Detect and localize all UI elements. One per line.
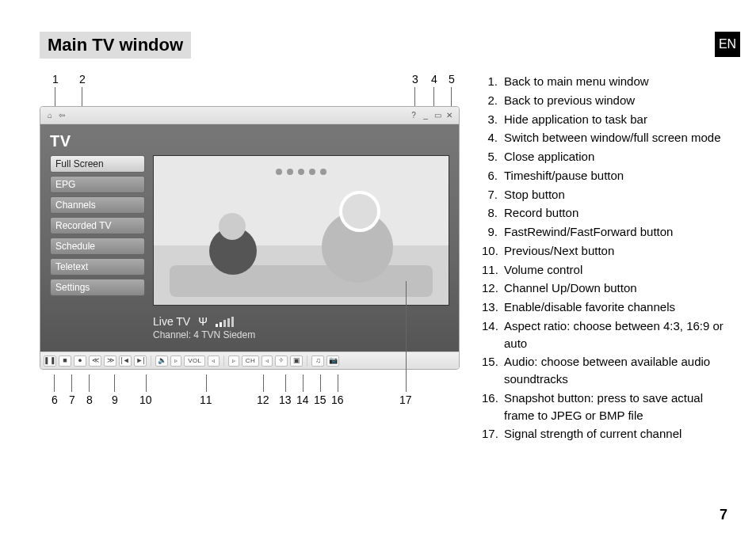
menu-teletext[interactable]: Teletext	[50, 258, 145, 276]
legend-number: 1.	[482, 73, 504, 90]
minimize-icon[interactable]: _	[421, 111, 430, 120]
callout-17: 17	[399, 393, 412, 406]
page-number: 7	[720, 507, 727, 523]
legend-item: 10.Previous/Next button	[482, 242, 724, 260]
legend-text: Signal strength of current channel	[504, 425, 682, 443]
legend-item: 16.Snapshot button: press to save actual…	[482, 390, 724, 424]
legend-item: 1.Back to main menu window	[482, 73, 724, 90]
antenna-icon: Ψ	[198, 315, 208, 328]
callout-6: 6	[52, 393, 58, 406]
legend-number: 7.	[482, 186, 504, 203]
record-icon[interactable]: ●	[74, 355, 86, 367]
legend-text: Snapshot button: press to save actual fr…	[504, 390, 724, 424]
home-icon[interactable]: ⌂	[45, 111, 55, 120]
legend-text: Enable/disable favorite channels	[504, 298, 675, 316]
ch-label: CH	[242, 355, 259, 367]
legend-item: 13.Enable/disable favorite channels	[482, 298, 724, 316]
figure-column: 1 2 3 4 5 ⌂ ⇦ ?	[40, 73, 460, 444]
vol-down-icon[interactable]: ▹	[170, 355, 181, 367]
channel-line: Channel: 4 TVN Siedem	[153, 329, 449, 340]
legend-item: 2.Back to previous window	[482, 92, 724, 109]
video-viewport	[153, 155, 449, 306]
legend-item: 6.Timeshift/pause button	[482, 167, 724, 184]
fastforward-icon[interactable]: ≫	[104, 355, 116, 367]
section-heading: Main TV window	[40, 32, 191, 59]
legend-number: 11.	[482, 261, 504, 279]
legend-text: Volume control	[504, 261, 582, 279]
vol-up-icon[interactable]: ◃	[208, 355, 219, 367]
legend-item: 11.Volume control	[482, 261, 724, 279]
callout-1: 1	[52, 73, 59, 86]
help-icon[interactable]: ?	[409, 111, 418, 120]
callout-13: 13	[279, 393, 292, 406]
legend-text: Timeshift/pause button	[504, 167, 624, 184]
callout-9: 9	[112, 393, 118, 406]
menu-full-screen[interactable]: Full Screen	[50, 155, 145, 173]
status-area: Live TV Ψ Channel: 4 TVN Siedem	[50, 315, 449, 340]
callout-14: 14	[296, 393, 309, 406]
legend-number: 10.	[482, 242, 504, 260]
language-badge: EN	[715, 32, 740, 57]
callout-16: 16	[331, 393, 344, 406]
legend-number: 3.	[482, 111, 504, 128]
legend-item: 17.Signal strength of current channel	[482, 425, 724, 443]
mute-icon[interactable]: 🔈	[155, 355, 168, 367]
back-icon[interactable]: ⇦	[57, 111, 67, 120]
signal-strength-icon	[216, 316, 234, 327]
legend-text: Hide application to task bar	[504, 111, 647, 128]
maximize-icon[interactable]: ▭	[433, 111, 442, 120]
legend-text: Close application	[504, 148, 594, 165]
menu-schedule[interactable]: Schedule	[50, 238, 145, 255]
callout-15: 15	[314, 393, 326, 406]
legend-number: 12.	[482, 279, 504, 297]
legend-text: FastRewind/FastForward button	[504, 223, 673, 241]
tv-panel: TV Full Screen EPG Channels Recorded TV …	[40, 124, 459, 352]
ch-down-icon[interactable]: ▹	[228, 355, 239, 367]
legend-item: 12.Channel Up/Down button	[482, 279, 724, 297]
aspect-icon[interactable]: ▣	[290, 355, 303, 367]
close-icon[interactable]: ✕	[445, 111, 454, 120]
menu-settings[interactable]: Settings	[50, 279, 145, 296]
legend-number: 14.	[482, 317, 504, 352]
legend-text: Aspect ratio: choose between 4:3, 16:9 o…	[504, 317, 724, 352]
playback-toolbar: ❚❚ ■ ● ≪ ≫ |◄ ►| 🔈 ▹ VOL ◃ ▹ CH ◃ ✧	[40, 352, 459, 369]
legend-item: 14.Aspect ratio: choose between 4:3, 16:…	[482, 317, 724, 352]
legend-number: 15.	[482, 353, 504, 388]
prev-icon[interactable]: |◄	[119, 355, 132, 367]
callout-12: 12	[257, 393, 269, 406]
callout-11: 11	[200, 393, 212, 406]
callout-4: 4	[431, 73, 437, 86]
vol-label: VOL	[184, 355, 205, 367]
legend-number: 4.	[482, 129, 504, 146]
legend-number: 16.	[482, 390, 504, 424]
callout-3: 3	[412, 73, 418, 86]
next-icon[interactable]: ►|	[134, 355, 147, 367]
app-window: ⌂ ⇦ ? _ ▭ ✕ TV Full Screen	[40, 106, 460, 370]
legend-text: Channel Up/Down button	[504, 279, 637, 297]
menu-epg[interactable]: EPG	[50, 176, 145, 193]
legend-item: 3.Hide application to task bar	[482, 111, 724, 128]
titlebar: ⌂ ⇦ ? _ ▭ ✕	[40, 107, 459, 124]
stop-icon[interactable]: ■	[59, 355, 71, 367]
callout-7: 7	[69, 393, 75, 406]
legend-item: 9.FastRewind/FastForward button	[482, 223, 724, 241]
audio-icon[interactable]: ♫	[311, 355, 324, 367]
legend-item: 5.Close application	[482, 148, 724, 165]
snapshot-icon[interactable]: 📷	[326, 355, 339, 367]
legend-column: 1.Back to main menu window2.Back to prev…	[482, 73, 724, 444]
legend-number: 13.	[482, 298, 504, 316]
legend-number: 9.	[482, 223, 504, 241]
menu-channels[interactable]: Channels	[50, 196, 145, 214]
callout-8: 8	[86, 393, 93, 406]
legend-text: Record button	[504, 204, 578, 222]
menu-recorded-tv[interactable]: Recorded TV	[50, 217, 145, 234]
favorite-icon[interactable]: ✧	[275, 355, 288, 367]
tv-title: TV	[50, 132, 449, 150]
ch-up-icon[interactable]: ◃	[262, 355, 273, 367]
callout-10: 10	[139, 393, 152, 406]
rewind-icon[interactable]: ≪	[89, 355, 101, 367]
live-tv-label: Live TV	[153, 315, 190, 328]
legend-number: 17.	[482, 425, 504, 443]
pause-icon[interactable]: ❚❚	[44, 355, 56, 367]
legend-text: Previous/Next button	[504, 242, 614, 260]
